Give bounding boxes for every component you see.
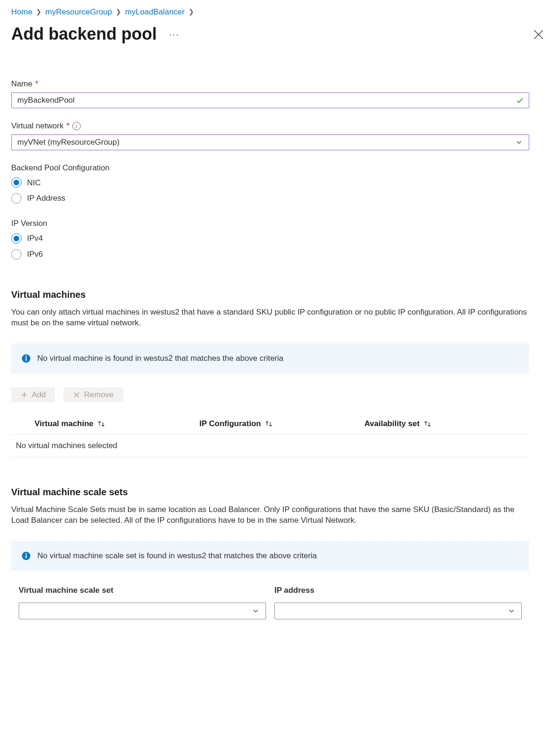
vmss-col1-header: Virtual machine scale set xyxy=(19,585,266,596)
svg-point-10 xyxy=(26,553,27,555)
radio-option-ipv4[interactable]: IPv4 xyxy=(11,233,529,244)
name-input-wrap xyxy=(11,92,529,108)
chevron-down-icon xyxy=(515,138,523,147)
radio-label: IPv4 xyxy=(27,233,43,244)
svg-point-3 xyxy=(26,356,27,357)
vmss-info-text: No virtual machine scale set is found in… xyxy=(37,550,317,562)
vm-table-empty: No virtual machines selected xyxy=(11,435,529,457)
sort-icon xyxy=(423,420,432,428)
info-filled-icon xyxy=(21,354,31,363)
ipaddress-select[interactable] xyxy=(274,603,522,619)
checkmark-icon xyxy=(516,96,524,105)
radio-label: IP Address xyxy=(27,193,65,204)
radio-icon xyxy=(11,233,21,244)
more-actions-button[interactable]: ··· xyxy=(166,26,182,42)
svg-rect-4 xyxy=(26,358,27,361)
radio-icon xyxy=(11,193,21,204)
backend-config-label: Backend Pool Configuration xyxy=(11,162,529,174)
radio-icon xyxy=(11,177,21,188)
required-indicator: * xyxy=(35,78,38,90)
vm-section-desc: You can only attach virtual machines in … xyxy=(11,307,529,329)
breadcrumb-link-home[interactable]: Home xyxy=(11,7,32,18)
add-button[interactable]: Add xyxy=(11,387,55,402)
close-button[interactable] xyxy=(532,28,545,41)
sort-icon xyxy=(97,420,105,428)
close-icon xyxy=(73,391,80,399)
breadcrumb: Home ❯ myResourceGroup ❯ myLoadBalancer … xyxy=(11,7,549,18)
radio-option-nic[interactable]: NIC xyxy=(11,177,529,189)
chevron-right-icon: ❯ xyxy=(116,7,121,17)
column-header-vm[interactable]: Virtual machine xyxy=(35,418,199,429)
page-title: Add backend pool xyxy=(11,22,157,46)
vmss-select[interactable] xyxy=(19,603,266,619)
sort-icon xyxy=(265,420,273,428)
chevron-down-icon xyxy=(507,607,516,615)
column-header-availset[interactable]: Availability set xyxy=(364,418,529,429)
chevron-down-icon xyxy=(252,607,260,615)
plus-icon xyxy=(21,391,28,399)
vmss-section-title: Virtual machine scale sets xyxy=(11,485,529,498)
radio-label: NIC xyxy=(27,177,41,189)
vmss-info-box: No virtual machine scale set is found in… xyxy=(11,541,529,571)
vmss-col2-header: IP address xyxy=(274,585,522,596)
name-label: Name * xyxy=(11,78,529,90)
vm-table: Virtual machine IP Configuration Availab… xyxy=(11,414,529,457)
vnet-select[interactable]: myVNet (myResourceGroup) xyxy=(11,134,529,150)
radio-icon xyxy=(11,249,21,260)
remove-button[interactable]: Remove xyxy=(63,387,123,402)
column-header-ipconfig[interactable]: IP Configuration xyxy=(199,418,364,429)
radio-label: IPv6 xyxy=(27,249,43,260)
info-filled-icon xyxy=(21,551,31,561)
required-indicator: * xyxy=(66,120,70,132)
vm-section-title: Virtual machines xyxy=(11,288,529,301)
radio-option-ipv6[interactable]: IPv6 xyxy=(11,249,529,260)
breadcrumb-link-rg[interactable]: myResourceGroup xyxy=(45,7,112,18)
info-icon[interactable]: i xyxy=(72,122,81,130)
vnet-label: Virtual network * i xyxy=(11,120,529,132)
breadcrumb-link-lb[interactable]: myLoadBalancer xyxy=(125,7,185,18)
ip-version-label: IP Version xyxy=(11,218,529,229)
chevron-right-icon: ❯ xyxy=(36,7,42,17)
chevron-right-icon: ❯ xyxy=(189,7,194,17)
svg-rect-11 xyxy=(26,555,27,558)
vm-info-text: No virtual machine is found in westus2 t… xyxy=(37,353,283,364)
close-icon xyxy=(532,28,545,41)
vm-info-box: No virtual machine is found in westus2 t… xyxy=(11,344,529,373)
name-input[interactable] xyxy=(17,93,523,108)
radio-option-ipaddress[interactable]: IP Address xyxy=(11,193,529,204)
vmss-section-desc: Virtual Machine Scale Sets must be in sa… xyxy=(11,504,529,526)
vnet-select-value: myVNet (myResourceGroup) xyxy=(17,137,119,148)
